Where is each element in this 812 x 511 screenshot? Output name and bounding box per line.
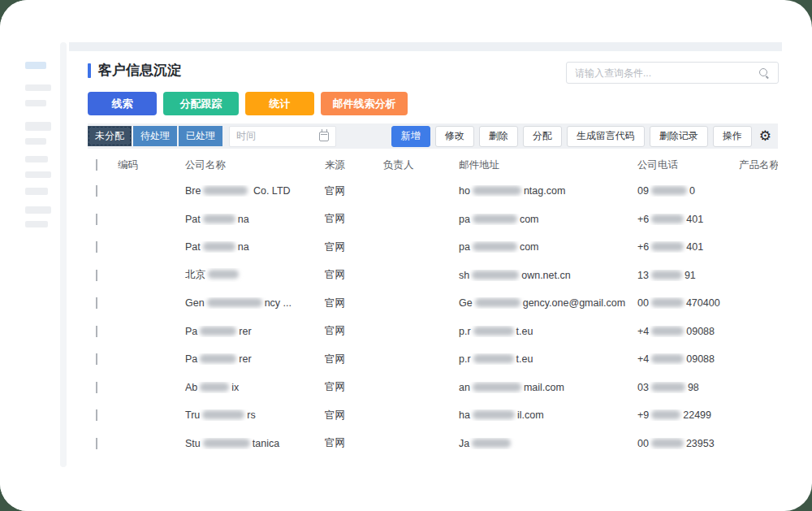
action-button-delete-records[interactable]: 删除记录 — [650, 126, 708, 147]
table-row[interactable]: Parer官网p.rt.eu+409088 — [88, 318, 778, 346]
select-all-cell — [88, 159, 110, 171]
email-cell: pacom — [451, 241, 629, 253]
row-checkbox[interactable] — [96, 438, 97, 449]
select-all-checkbox[interactable] — [96, 159, 97, 171]
table-row[interactable]: 北京官网shown.net.cn1391 — [88, 262, 778, 290]
source-cell: 官网 — [317, 353, 375, 366]
redacted-text — [200, 327, 236, 336]
table-row[interactable]: Patna官网pacom+6401 — [88, 233, 778, 262]
customer-info-card: 客户信息沉淀 线索分配跟踪统计邮件线索分析 未分配待处理已处理 时间 新增修改删… — [69, 51, 782, 511]
customer-table: 编码公司名称来源负责人邮件地址公司电话产品名称 Bre Co. LTD官网hon… — [69, 153, 778, 457]
redacted-text — [202, 410, 244, 419]
source-cell: 官网 — [317, 212, 375, 226]
filter-tab-pending[interactable]: 待处理 — [133, 126, 177, 146]
settings-gear-icon[interactable]: ⚙ — [759, 129, 771, 143]
table-body: Bre Co. LTD官网hontag.com090Patna官网pacom+6… — [88, 177, 778, 457]
action-button-edit[interactable]: 修改 — [435, 126, 474, 147]
checkbox-cell — [88, 297, 110, 309]
search-box[interactable] — [566, 62, 779, 84]
sidebar-item[interactable] — [25, 221, 48, 227]
row-checkbox[interactable] — [96, 409, 97, 421]
email-cell: shown.net.cn — [451, 270, 629, 281]
source-cell: 官网 — [317, 268, 375, 282]
row-checkbox[interactable] — [96, 185, 97, 197]
row-checkbox[interactable] — [96, 382, 97, 393]
sidebar-item[interactable] — [25, 138, 46, 145]
table-row[interactable]: Stutanica官网Ja0023953 — [88, 430, 778, 458]
phone-cell: +6401 — [629, 214, 731, 225]
calendar-icon[interactable] — [319, 132, 329, 141]
nav-button-stats[interactable]: 统计 — [245, 92, 314, 115]
sidebar-item[interactable] — [25, 188, 48, 195]
column-header: 编码 — [110, 158, 177, 172]
nav-button-assign-track[interactable]: 分配跟踪 — [163, 92, 239, 115]
email-cell: Ja — [451, 438, 629, 449]
table-row[interactable]: Patna官网pacom+6401 — [88, 206, 778, 234]
column-header: 产品名称 — [731, 158, 778, 172]
company-cell: Bre Co. LTD — [177, 185, 317, 197]
content-area: 客户信息沉淀 线索分配跟踪统计邮件线索分析 未分配待处理已处理 时间 新增修改删… — [69, 42, 782, 511]
action-buttons: 新增修改删除分配生成留言代码删除记录操作 — [391, 126, 752, 147]
source-cell: 官网 — [317, 240, 375, 254]
table-row[interactable]: Bre Co. LTD官网hontag.com090 — [88, 177, 778, 206]
redacted-text — [651, 271, 682, 279]
company-cell: Genncy ... — [177, 297, 317, 309]
company-cell: Patna — [177, 241, 317, 253]
sidebar-item[interactable] — [25, 171, 51, 178]
sidebar-item[interactable] — [25, 122, 51, 131]
checkbox-cell — [88, 409, 110, 421]
checkbox-cell — [88, 326, 110, 337]
sidebar-item[interactable] — [25, 84, 51, 91]
search-input[interactable] — [575, 67, 758, 79]
company-cell: Parer — [177, 326, 317, 337]
filter-toolbar: 未分配待处理已处理 时间 新增修改删除分配生成留言代码删除记录操作 ⚙ — [88, 123, 778, 149]
row-checkbox[interactable] — [96, 214, 97, 225]
page-title: 客户信息沉淀 — [98, 61, 181, 80]
email-cell: p.rt.eu — [451, 326, 629, 337]
table-row[interactable]: Genncy ...官网Gegency.one@gmail.com0047040… — [88, 289, 778, 318]
row-checkbox[interactable] — [96, 297, 97, 309]
checkbox-cell — [88, 438, 110, 449]
source-cell: 官网 — [317, 436, 375, 450]
action-button-assign[interactable]: 分配 — [523, 126, 562, 147]
title-accent-bar — [88, 63, 91, 78]
checkbox-cell — [88, 382, 110, 393]
redacted-text — [475, 298, 520, 307]
sidebar-item[interactable] — [25, 206, 51, 214]
table-row[interactable]: Trurs官网hail.com+922499 — [88, 401, 778, 430]
filter-tab-unassigned[interactable]: 未分配 — [88, 126, 132, 146]
nav-button-leads[interactable]: 线索 — [88, 92, 157, 115]
card-header: 客户信息沉淀 — [69, 51, 782, 80]
phone-cell: 0023953 — [629, 438, 731, 449]
action-button-add[interactable]: 新增 — [391, 126, 430, 147]
redacted-text — [473, 354, 514, 363]
phone-cell: 00470400 — [629, 297, 731, 309]
row-checkbox[interactable] — [96, 270, 97, 281]
sidebar-item-active[interactable] — [25, 62, 46, 69]
time-filter[interactable]: 时间 — [229, 126, 336, 147]
source-cell: 官网 — [317, 380, 375, 394]
sidebar-scrollbar[interactable] — [60, 42, 67, 467]
row-checkbox[interactable] — [96, 241, 97, 253]
row-checkbox[interactable] — [96, 326, 97, 337]
redacted-text — [207, 298, 262, 307]
search-icon[interactable] — [758, 67, 770, 79]
sidebar-item[interactable] — [25, 156, 48, 162]
email-cell: hontag.com — [451, 185, 629, 197]
table-row[interactable]: Abix官网anmail.com0398 — [88, 374, 778, 402]
phone-cell: 090 — [629, 185, 731, 197]
row-checkbox[interactable] — [96, 353, 97, 365]
checkbox-cell — [88, 270, 110, 281]
table-row[interactable]: Parer官网p.rt.eu+409088 — [88, 345, 778, 374]
phone-cell: 0398 — [629, 382, 731, 393]
email-cell: hail.com — [451, 409, 629, 421]
action-button-operations[interactable]: 操作 — [713, 126, 752, 147]
filter-tab-processed[interactable]: 已处理 — [179, 126, 222, 146]
table-header-row: 编码公司名称来源负责人邮件地址公司电话产品名称 — [88, 153, 778, 177]
sidebar-item[interactable] — [25, 100, 46, 106]
checkbox-cell — [88, 185, 110, 197]
nav-button-email-leads-analysis[interactable]: 邮件线索分析 — [321, 92, 408, 115]
company-cell: Trurs — [177, 409, 317, 421]
action-button-delete[interactable]: 删除 — [479, 126, 518, 147]
action-button-generate-message-code[interactable]: 生成留言代码 — [567, 126, 645, 147]
